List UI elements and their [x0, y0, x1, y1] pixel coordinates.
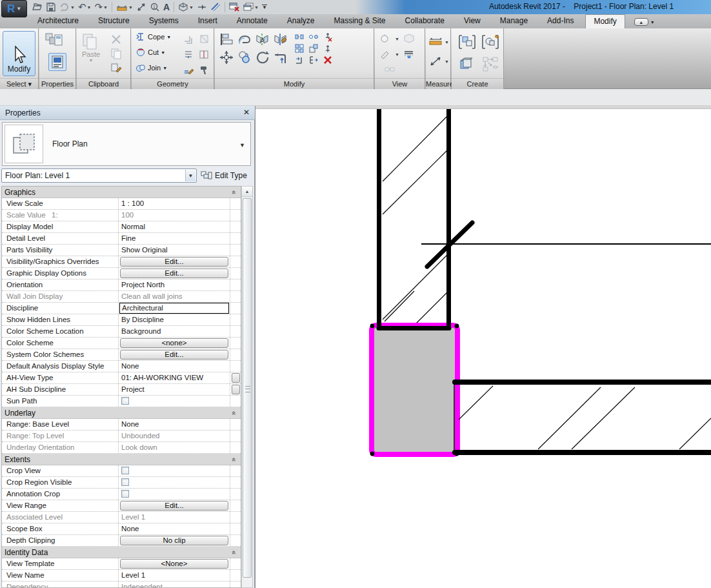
properties-palette-header[interactable]: Properties ✕ — [0, 106, 255, 120]
match-type-properties-icon[interactable] — [110, 61, 122, 75]
property-value[interactable]: 100 — [119, 210, 230, 221]
tab-collaborate[interactable]: Collaborate — [397, 14, 452, 28]
tab-architecture[interactable]: Architecture — [30, 14, 86, 28]
property-value[interactable]: Show Original — [119, 245, 230, 256]
tab-annotate[interactable]: Annotate — [229, 14, 275, 28]
reveal-hidden-icon[interactable] — [399, 46, 419, 62]
section-icon[interactable] — [195, 1, 208, 14]
text-icon[interactable]: A — [162, 1, 171, 14]
customize-qat-icon[interactable]: ▼ — [261, 1, 268, 14]
tab-systems[interactable]: Systems — [141, 14, 186, 28]
panel-label-clipboard[interactable]: Clipboard — [77, 78, 130, 89]
close-icon[interactable]: ✕ — [243, 108, 250, 117]
measure-between-icon[interactable]: ▼ — [428, 52, 449, 71]
property-value[interactable]: None — [119, 361, 230, 372]
property-value[interactable]: Independent — [119, 582, 230, 588]
view-selector-combo[interactable]: Floor Plan: Level 1 ▼ — [1, 168, 197, 183]
scrollbar-thumb[interactable] — [243, 198, 252, 578]
pin-icon[interactable] — [321, 43, 335, 54]
tab-modify[interactable]: Modify — [585, 14, 625, 28]
override-graphics-icon[interactable]: ▼ — [380, 46, 399, 62]
save-icon[interactable] — [45, 1, 57, 14]
mirror-draw-axis-icon[interactable] — [272, 30, 290, 48]
browse-button[interactable] — [232, 385, 240, 394]
copy-icon[interactable] — [110, 46, 122, 61]
tag-by-category-icon[interactable]: 1 — [148, 1, 161, 14]
property-value[interactable]: Normal — [119, 221, 230, 232]
property-value[interactable]: None — [119, 523, 230, 534]
wall-joins-icon[interactable] — [181, 31, 196, 46]
aligned-dimension-icon[interactable] — [135, 1, 148, 14]
delete-icon[interactable] — [321, 54, 335, 66]
property-value[interactable] — [119, 477, 230, 488]
chevron-down-icon[interactable]: ▼ — [185, 170, 195, 181]
collapse-chevron-icon[interactable]: « — [230, 458, 238, 460]
property-value-editing[interactable]: Architectural — [119, 303, 229, 314]
property-value[interactable]: 1 : 100 — [119, 198, 230, 209]
property-checkbox[interactable] — [121, 490, 129, 498]
tab-add-ins[interactable]: Add-Ins — [539, 14, 581, 28]
demolish-hammer-icon[interactable] — [196, 62, 212, 77]
unjoin-geometry-icon[interactable] — [196, 31, 212, 46]
tab-manage[interactable]: Manage — [492, 14, 536, 28]
panel-label-select[interactable]: Select ▾ — [0, 78, 38, 89]
property-value[interactable]: Edit... — [119, 256, 230, 267]
mirror-pick-axis-icon[interactable] — [254, 30, 272, 48]
split-element-icon[interactable] — [292, 31, 306, 43]
selected-wall-segment[interactable] — [372, 325, 457, 454]
property-value[interactable]: 01: AH-WORKING VIEW — [119, 372, 230, 383]
ribbon-minimize-toggle[interactable]: ▲ ▼ — [634, 18, 655, 26]
tab-massing-site[interactable]: Massing & Site — [326, 14, 394, 28]
drawing-area[interactable] — [255, 106, 711, 588]
measure-ruler-icon[interactable]: ▼ — [115, 1, 134, 14]
section-header-underlay[interactable]: Underlay« — [2, 407, 241, 419]
section-header-identity-data[interactable]: Identity Data« — [2, 547, 241, 558]
cope-button[interactable]: Cope ▼ — [135, 31, 171, 43]
edit-type-button[interactable]: Edit Type — [199, 168, 254, 183]
type-selector[interactable]: Floor Plan ▼ — [2, 122, 251, 166]
collapse-chevron-icon[interactable]: « — [230, 411, 238, 414]
property-value[interactable] — [119, 396, 230, 407]
property-value[interactable]: Architectural — [119, 303, 230, 314]
cut-geometry-button[interactable]: Cut ▼ — [135, 46, 171, 58]
section-header-extents[interactable]: Extents« — [2, 454, 241, 465]
property-value[interactable]: No clip — [119, 535, 230, 546]
beam-column-joins-icon[interactable] — [181, 46, 196, 62]
offset-icon[interactable] — [235, 30, 254, 48]
tab-analyze[interactable]: Analyze — [279, 14, 323, 28]
modify-tool-button[interactable]: Modify — [3, 31, 35, 76]
properties-scrollbar[interactable]: ▲ — [241, 186, 253, 588]
tab-insert[interactable]: Insert — [190, 14, 225, 28]
property-value[interactable] — [119, 489, 230, 500]
property-value[interactable]: Clean all wall joins — [119, 291, 230, 302]
move-icon[interactable] — [217, 48, 235, 66]
panel-label-measure[interactable]: Measure — [426, 78, 450, 89]
hide-elements-icon[interactable]: ▼ — [380, 31, 399, 46]
horizontal-wall[interactable] — [455, 382, 711, 452]
cut-icon[interactable] — [110, 32, 122, 46]
property-value-button[interactable]: Edit... — [120, 257, 228, 267]
create-similar-icon[interactable] — [479, 53, 502, 75]
property-value-button[interactable]: Edit... — [120, 269, 228, 278]
chevron-down-icon[interactable]: ▼ — [239, 142, 245, 148]
redo-icon[interactable]: ↷▼ — [93, 1, 109, 14]
trim-extend-corner-icon[interactable] — [272, 48, 290, 66]
property-value[interactable] — [119, 465, 230, 476]
rotate-icon[interactable] — [254, 48, 272, 66]
floor-plan-view[interactable] — [255, 106, 711, 588]
trim-extend-single-icon[interactable] — [292, 54, 306, 66]
collapse-chevron-icon[interactable]: « — [230, 190, 238, 193]
create-assembly-icon[interactable] — [456, 31, 479, 53]
application-menu-button[interactable]: R▼ — [1, 0, 27, 17]
type-properties-icon[interactable] — [45, 31, 64, 50]
chevron-down-icon[interactable]: ▼ — [70, 5, 75, 10]
section-header-graphics[interactable]: Graphics« — [2, 187, 241, 198]
tab-view[interactable]: View — [456, 14, 488, 28]
property-value[interactable]: Edit... — [119, 500, 230, 511]
properties-palette-icon[interactable] — [48, 53, 66, 71]
measure-length-icon[interactable]: ▼ — [428, 32, 449, 52]
property-checkbox[interactable] — [121, 467, 129, 474]
property-value-button[interactable]: <None> — [120, 559, 228, 569]
panel-label-modify[interactable]: Modify — [215, 78, 374, 89]
chevron-down-icon[interactable]: ▼ — [254, 5, 259, 10]
